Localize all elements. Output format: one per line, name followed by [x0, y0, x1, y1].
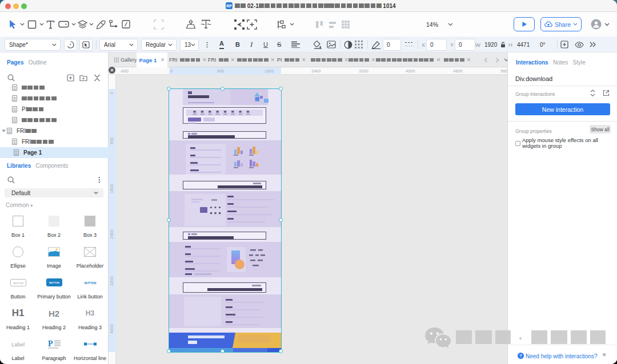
svg-text:BUTTON: BUTTON	[84, 281, 96, 285]
svg-text:P: P	[48, 339, 53, 348]
svg-text:BUTTON: BUTTON	[13, 281, 23, 284]
svg-text:BUTTON: BUTTON	[49, 281, 59, 284]
